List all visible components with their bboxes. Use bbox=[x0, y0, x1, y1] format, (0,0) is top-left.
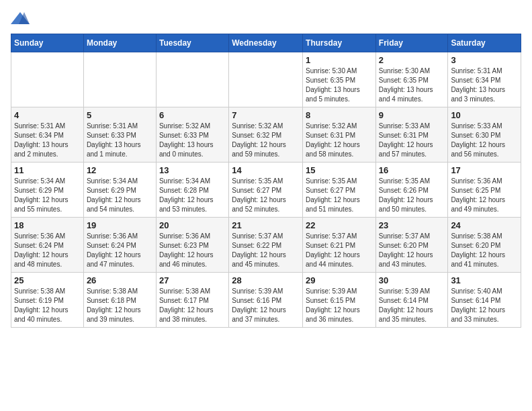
day-number: 10 bbox=[451, 110, 518, 120]
calendar-week-2: 4Sunrise: 5:31 AM Sunset: 6:34 PM Daylig… bbox=[11, 107, 521, 163]
day-number: 21 bbox=[232, 220, 300, 230]
calendar-cell: 10Sunrise: 5:33 AM Sunset: 6:30 PM Dayli… bbox=[448, 107, 521, 163]
day-number: 6 bbox=[159, 110, 226, 120]
calendar-week-1: 1Sunrise: 5:30 AM Sunset: 6:35 PM Daylig… bbox=[11, 52, 521, 107]
day-number: 31 bbox=[451, 275, 518, 285]
day-info: Sunrise: 5:32 AM Sunset: 6:33 PM Dayligh… bbox=[159, 122, 226, 159]
day-info: Sunrise: 5:33 AM Sunset: 6:30 PM Dayligh… bbox=[451, 122, 518, 159]
logo bbox=[11, 11, 32, 26]
day-info: Sunrise: 5:39 AM Sunset: 6:15 PM Dayligh… bbox=[306, 287, 373, 324]
day-number: 9 bbox=[379, 110, 445, 120]
day-info: Sunrise: 5:37 AM Sunset: 6:21 PM Dayligh… bbox=[306, 232, 373, 269]
calendar-cell: 25Sunrise: 5:38 AM Sunset: 6:19 PM Dayli… bbox=[11, 273, 84, 328]
day-info: Sunrise: 5:32 AM Sunset: 6:31 PM Dayligh… bbox=[306, 122, 373, 159]
calendar-cell: 2Sunrise: 5:30 AM Sunset: 6:35 PM Daylig… bbox=[375, 52, 448, 107]
day-number: 13 bbox=[159, 165, 226, 175]
day-of-week-sunday: Sunday bbox=[11, 34, 84, 52]
day-number: 20 bbox=[159, 220, 226, 230]
day-info: Sunrise: 5:34 AM Sunset: 6:28 PM Dayligh… bbox=[159, 177, 226, 214]
day-info: Sunrise: 5:34 AM Sunset: 6:29 PM Dayligh… bbox=[87, 177, 153, 214]
day-info: Sunrise: 5:31 AM Sunset: 6:34 PM Dayligh… bbox=[451, 66, 518, 104]
day-info: Sunrise: 5:32 AM Sunset: 6:32 PM Dayligh… bbox=[232, 122, 300, 159]
day-info: Sunrise: 5:36 AM Sunset: 6:24 PM Dayligh… bbox=[14, 232, 81, 269]
day-info: Sunrise: 5:31 AM Sunset: 6:34 PM Dayligh… bbox=[14, 122, 81, 159]
day-number: 30 bbox=[379, 275, 445, 285]
day-number: 1 bbox=[306, 55, 373, 65]
day-info: Sunrise: 5:36 AM Sunset: 6:25 PM Dayligh… bbox=[451, 177, 518, 214]
day-of-week-monday: Monday bbox=[83, 34, 156, 52]
day-info: Sunrise: 5:38 AM Sunset: 6:20 PM Dayligh… bbox=[451, 232, 518, 269]
calendar-cell: 19Sunrise: 5:36 AM Sunset: 6:24 PM Dayli… bbox=[83, 218, 156, 273]
day-number: 7 bbox=[232, 110, 300, 120]
day-number: 11 bbox=[14, 165, 81, 175]
day-info: Sunrise: 5:38 AM Sunset: 6:18 PM Dayligh… bbox=[87, 287, 153, 324]
day-number: 3 bbox=[451, 55, 518, 65]
day-number: 12 bbox=[87, 165, 153, 175]
calendar-cell: 17Sunrise: 5:36 AM Sunset: 6:25 PM Dayli… bbox=[448, 163, 521, 218]
day-number: 29 bbox=[306, 275, 373, 285]
calendar-week-4: 18Sunrise: 5:36 AM Sunset: 6:24 PM Dayli… bbox=[11, 218, 521, 273]
day-info: Sunrise: 5:39 AM Sunset: 6:14 PM Dayligh… bbox=[379, 287, 445, 324]
day-number: 19 bbox=[87, 220, 153, 230]
logo-icon bbox=[11, 11, 30, 26]
calendar-table: SundayMondayTuesdayWednesdayThursdayFrid… bbox=[11, 34, 521, 328]
calendar-cell: 7Sunrise: 5:32 AM Sunset: 6:32 PM Daylig… bbox=[229, 107, 303, 163]
calendar-cell: 30Sunrise: 5:39 AM Sunset: 6:14 PM Dayli… bbox=[375, 273, 448, 328]
day-info: Sunrise: 5:40 AM Sunset: 6:14 PM Dayligh… bbox=[451, 287, 518, 324]
calendar-cell: 20Sunrise: 5:36 AM Sunset: 6:23 PM Dayli… bbox=[156, 218, 228, 273]
calendar-cell: 28Sunrise: 5:39 AM Sunset: 6:16 PM Dayli… bbox=[229, 273, 303, 328]
day-number: 15 bbox=[306, 165, 373, 175]
day-info: Sunrise: 5:31 AM Sunset: 6:33 PM Dayligh… bbox=[87, 122, 153, 159]
day-number: 24 bbox=[451, 220, 518, 230]
calendar-cell: 26Sunrise: 5:38 AM Sunset: 6:18 PM Dayli… bbox=[83, 273, 156, 328]
day-number: 5 bbox=[87, 110, 153, 120]
calendar-cell: 5Sunrise: 5:31 AM Sunset: 6:33 PM Daylig… bbox=[83, 107, 156, 163]
day-info: Sunrise: 5:36 AM Sunset: 6:23 PM Dayligh… bbox=[159, 232, 226, 269]
day-of-week-saturday: Saturday bbox=[448, 34, 521, 52]
day-number: 2 bbox=[379, 55, 445, 65]
day-info: Sunrise: 5:37 AM Sunset: 6:22 PM Dayligh… bbox=[232, 232, 300, 269]
calendar-cell: 8Sunrise: 5:32 AM Sunset: 6:31 PM Daylig… bbox=[303, 107, 376, 163]
calendar-cell bbox=[156, 52, 228, 107]
calendar-cell: 29Sunrise: 5:39 AM Sunset: 6:15 PM Dayli… bbox=[303, 273, 376, 328]
calendar-cell: 12Sunrise: 5:34 AM Sunset: 6:29 PM Dayli… bbox=[83, 163, 156, 218]
day-info: Sunrise: 5:34 AM Sunset: 6:29 PM Dayligh… bbox=[14, 177, 81, 214]
calendar-cell: 16Sunrise: 5:35 AM Sunset: 6:26 PM Dayli… bbox=[375, 163, 448, 218]
calendar-cell: 4Sunrise: 5:31 AM Sunset: 6:34 PM Daylig… bbox=[11, 107, 84, 163]
day-of-week-tuesday: Tuesday bbox=[156, 34, 228, 52]
day-number: 27 bbox=[159, 275, 226, 285]
day-info: Sunrise: 5:33 AM Sunset: 6:31 PM Dayligh… bbox=[379, 122, 445, 159]
day-info: Sunrise: 5:35 AM Sunset: 6:26 PM Dayligh… bbox=[379, 177, 445, 214]
day-number: 17 bbox=[451, 165, 518, 175]
day-number: 8 bbox=[306, 110, 373, 120]
day-info: Sunrise: 5:37 AM Sunset: 6:20 PM Dayligh… bbox=[379, 232, 445, 269]
day-number: 22 bbox=[306, 220, 373, 230]
calendar-cell: 23Sunrise: 5:37 AM Sunset: 6:20 PM Dayli… bbox=[375, 218, 448, 273]
day-number: 18 bbox=[14, 220, 81, 230]
calendar-week-3: 11Sunrise: 5:34 AM Sunset: 6:29 PM Dayli… bbox=[11, 163, 521, 218]
calendar-cell: 18Sunrise: 5:36 AM Sunset: 6:24 PM Dayli… bbox=[11, 218, 84, 273]
day-info: Sunrise: 5:38 AM Sunset: 6:17 PM Dayligh… bbox=[159, 287, 226, 324]
day-number: 23 bbox=[379, 220, 445, 230]
day-info: Sunrise: 5:30 AM Sunset: 6:35 PM Dayligh… bbox=[379, 66, 445, 104]
day-of-week-thursday: Thursday bbox=[303, 34, 376, 52]
calendar-cell: 14Sunrise: 5:35 AM Sunset: 6:27 PM Dayli… bbox=[229, 163, 303, 218]
page-header bbox=[11, 11, 521, 26]
day-info: Sunrise: 5:36 AM Sunset: 6:24 PM Dayligh… bbox=[87, 232, 153, 269]
day-number: 26 bbox=[87, 275, 153, 285]
day-info: Sunrise: 5:30 AM Sunset: 6:35 PM Dayligh… bbox=[306, 66, 373, 104]
calendar-cell: 31Sunrise: 5:40 AM Sunset: 6:14 PM Dayli… bbox=[448, 273, 521, 328]
calendar-cell: 15Sunrise: 5:35 AM Sunset: 6:27 PM Dayli… bbox=[303, 163, 376, 218]
day-of-week-wednesday: Wednesday bbox=[229, 34, 303, 52]
calendar-cell: 27Sunrise: 5:38 AM Sunset: 6:17 PM Dayli… bbox=[156, 273, 228, 328]
day-info: Sunrise: 5:35 AM Sunset: 6:27 PM Dayligh… bbox=[306, 177, 373, 214]
calendar-cell: 21Sunrise: 5:37 AM Sunset: 6:22 PM Dayli… bbox=[229, 218, 303, 273]
calendar-cell: 13Sunrise: 5:34 AM Sunset: 6:28 PM Dayli… bbox=[156, 163, 228, 218]
calendar-header: SundayMondayTuesdayWednesdayThursdayFrid… bbox=[11, 34, 521, 52]
day-info: Sunrise: 5:35 AM Sunset: 6:27 PM Dayligh… bbox=[232, 177, 300, 214]
day-number: 25 bbox=[14, 275, 81, 285]
calendar-cell bbox=[83, 52, 156, 107]
calendar-cell: 1Sunrise: 5:30 AM Sunset: 6:35 PM Daylig… bbox=[303, 52, 376, 107]
calendar-cell: 11Sunrise: 5:34 AM Sunset: 6:29 PM Dayli… bbox=[11, 163, 84, 218]
day-number: 4 bbox=[14, 110, 81, 120]
